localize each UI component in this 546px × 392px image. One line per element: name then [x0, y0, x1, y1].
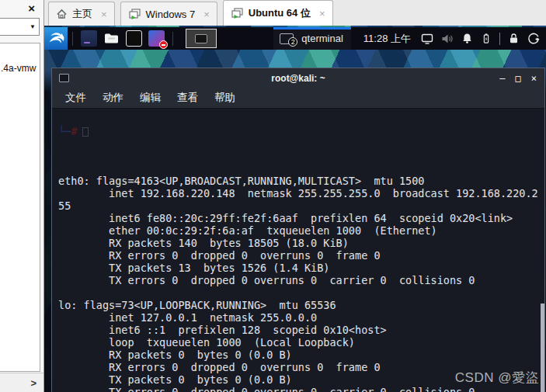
- tab-windows7-label: Windows 7: [146, 9, 196, 20]
- library-vm-item[interactable]: .4a-vmw: [1, 63, 36, 74]
- panel-separator: [72, 32, 73, 46]
- ghost-prompt-artifact: └─#: [58, 125, 89, 137]
- vm-tabstrip: 主页 × Windows 7 × Ubuntu 64 位 ×: [44, 0, 546, 26]
- taskbar-qterminal-button[interactable]: 2 qterminal: [273, 27, 350, 50]
- record-badge-icon: [159, 40, 168, 49]
- tab-ubuntu64[interactable]: Ubuntu 64 位 ×: [223, 0, 333, 26]
- qterminal-window: root@kali: ~ – □ × 文件 动作 编辑 查看 帮助: [51, 68, 545, 392]
- terminal-output-line: lo: flags=73<UP,LOOPBACK,RUNNING> mtu 65…: [58, 299, 544, 311]
- tab-close-icon[interactable]: ×: [203, 9, 210, 20]
- menu-view[interactable]: 查看: [177, 91, 198, 105]
- terminal-output-line: TX packets 13 bytes 1526 (1.4 KiB): [58, 262, 544, 274]
- terminal-output-line: inet6 ::1 prefixlen 128 scopeid 0x10<hos…: [58, 324, 544, 336]
- library-search-input[interactable]: 搜索 ▼: [0, 18, 40, 36]
- notification-bell-icon[interactable]: [461, 33, 473, 44]
- menu-edit[interactable]: 编辑: [140, 91, 161, 105]
- tab-windows7[interactable]: Windows 7 ×: [120, 2, 217, 26]
- terminal-output-line: inet6 fe80::20c:29ff:fe2f:6aaf prefixlen…: [58, 212, 544, 224]
- terminal-launcher-icon[interactable]: [126, 30, 142, 47]
- vmware-main-area: 主页 × Windows 7 × Ubuntu 64 位 ×: [44, 0, 546, 392]
- menu-file[interactable]: 文件: [65, 91, 86, 105]
- terminal-output-line: ether 00:0c:29:2f:6a:af txqueuelen 1000 …: [58, 224, 544, 237]
- sidebar-close-icon[interactable]: ×: [28, 2, 35, 15]
- ghost-cursor: [82, 127, 89, 137]
- library-vm-list: .4a-vmw: [0, 43, 40, 372]
- terminal-output-line: [58, 286, 544, 299]
- terminal-scrollbar-thumb[interactable]: [541, 304, 544, 392]
- tab-home-label: 主页: [72, 7, 92, 21]
- vmware-workstation-window: × 搜索 ▼ .4a-vmw > 主页 ×: [0, 0, 546, 392]
- terminal-output-line: RX packets 0 bytes 0 (0.0 B): [58, 349, 544, 361]
- home-icon: [56, 9, 68, 19]
- terminal-output-line: loop txqueuelen 1000 (Local Loopback): [58, 336, 544, 349]
- tray-separator: [499, 33, 500, 45]
- terminal-output-line: TX errors 0 dropped 0 overruns 0 carrier…: [58, 386, 544, 392]
- terminal-output-line: inet 127.0.0.1 netmask 255.0.0.0: [58, 311, 544, 324]
- terminal-titlebar[interactable]: root@kali: ~ – □ ×: [52, 68, 544, 88]
- tab-ubuntu64-label: Ubuntu 64 位: [249, 6, 311, 20]
- menu-actions[interactable]: 动作: [103, 91, 123, 105]
- vmware-library-sidebar: × 搜索 ▼ .4a-vmw >: [0, 0, 44, 392]
- terminal-menubar: 文件 动作 编辑 查看 帮助: [52, 88, 544, 109]
- terminal-output-line: RX packets 140 bytes 18505 (18.0 KiB): [58, 237, 544, 249]
- close-button[interactable]: ×: [531, 73, 537, 84]
- vm-screen-icon: [128, 9, 141, 20]
- terminal-output-line: 55: [58, 199, 544, 212]
- sidebar-expand-chevron-icon[interactable]: >: [30, 377, 37, 389]
- tab-close-icon[interactable]: ×: [101, 9, 107, 20]
- app-launcher-window-icon[interactable]: [81, 30, 97, 47]
- chevron-down-icon[interactable]: ▼: [26, 23, 39, 30]
- terminal-title: root@kali: ~: [52, 73, 544, 84]
- tab-close-icon[interactable]: ×: [319, 8, 325, 19]
- library-search-text: 搜索: [0, 20, 26, 34]
- vm-display: 2 qterminal 11:28 上午: [44, 26, 546, 392]
- tab-home[interactable]: 主页 ×: [48, 2, 115, 26]
- sidebar-bottom-bar: >: [0, 373, 43, 392]
- terminal-output-line: inet 192.168.220.148 netmask 255.255.255…: [58, 187, 544, 199]
- csdn-watermark: CSDN @愛盜: [455, 369, 539, 387]
- kali-panel: 2 qterminal 11:28 上午: [44, 27, 546, 50]
- vm-screen-icon: [231, 8, 244, 19]
- volume-icon[interactable]: [441, 33, 454, 44]
- battery-icon[interactable]: [481, 33, 492, 44]
- kali-menu-button[interactable]: [44, 27, 68, 50]
- qterminal-icon: 2: [280, 33, 294, 44]
- terminal-window-icon: [195, 34, 207, 43]
- terminal-output-line: eth0: flags=4163<UP,BROADCAST,RUNNING,MU…: [58, 175, 544, 187]
- system-tray: [421, 33, 546, 45]
- maximize-button[interactable]: □: [516, 73, 521, 84]
- terminal-output[interactable]: eth0: flags=4163<UP,BROADCAST,RUNNING,MU…: [52, 109, 544, 392]
- terminal-output-line: TX errors 0 dropped 0 overruns 0 carrier…: [58, 274, 544, 286]
- terminal-output-line: RX errors 0 dropped 0 overruns 0 frame 0: [58, 249, 544, 262]
- minimize-button[interactable]: –: [499, 73, 505, 84]
- panel-clock[interactable]: 11:28 上午: [363, 32, 411, 46]
- qterminal-count-badge: 2: [288, 37, 297, 47]
- panel-separator: [172, 32, 173, 46]
- kali-dragon-icon: [47, 30, 64, 47]
- menu-help[interactable]: 帮助: [214, 91, 235, 105]
- logout-power-icon[interactable]: [527, 33, 540, 45]
- screen-recorder-icon[interactable]: [148, 30, 165, 47]
- display-icon[interactable]: [421, 33, 433, 44]
- file-manager-icon[interactable]: [103, 30, 120, 47]
- lock-icon[interactable]: [508, 33, 520, 44]
- qterminal-task-label: qterminal: [301, 33, 343, 44]
- active-window-button[interactable]: [186, 29, 217, 48]
